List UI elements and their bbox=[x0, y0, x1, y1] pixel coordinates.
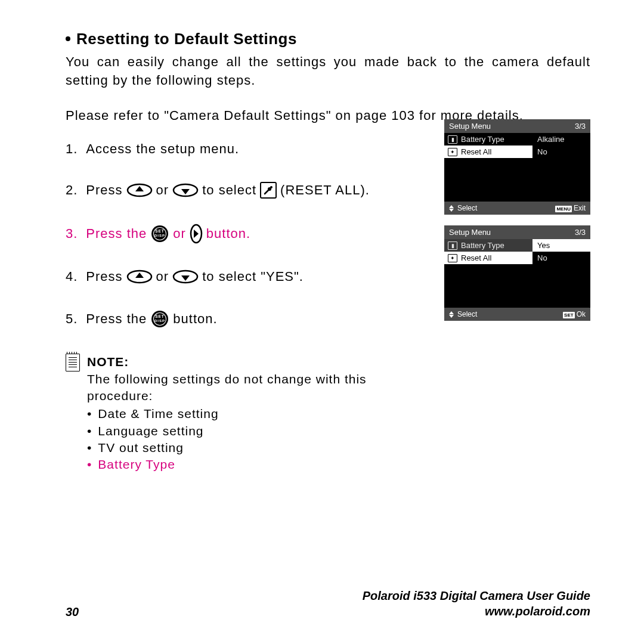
step-number: 5. bbox=[66, 311, 78, 327]
note-label: NOTE: bbox=[87, 354, 423, 370]
note-list: Date & Time setting Language setting TV … bbox=[87, 405, 423, 473]
footer-ok: Ok bbox=[577, 310, 586, 318]
guide-url: www.polaroid.com bbox=[363, 603, 590, 619]
updown-icon bbox=[449, 205, 454, 212]
step-text: or bbox=[156, 182, 169, 198]
reset-tool-icon bbox=[260, 182, 277, 199]
footer-select: Select bbox=[457, 204, 477, 212]
step-text: Press bbox=[86, 269, 122, 284]
svg-point-5 bbox=[270, 186, 273, 188]
screenshot-2: Setup Menu 3/3 ▮Battery Type Yes ✦Reset … bbox=[444, 225, 590, 321]
heading-text: Resetting to Default Settings bbox=[76, 30, 297, 48]
reset-icon: ✦ bbox=[448, 148, 457, 156]
menu-item-label: Battery Type bbox=[461, 135, 504, 144]
bullet-icon bbox=[66, 36, 70, 41]
page-title: Resetting to Default Settings bbox=[66, 30, 590, 48]
svg-text:DISP: DISP bbox=[154, 319, 165, 323]
battery-icon: ▮ bbox=[448, 135, 457, 144]
intro-paragraph: You can easily change all the settings y… bbox=[66, 53, 590, 90]
step-text: to select bbox=[202, 182, 256, 198]
note-text: The following settings do not change wit… bbox=[87, 371, 423, 405]
menu-item-label: Reset All bbox=[461, 253, 491, 262]
screenshot-1: Setup Menu 3/3 ▮Battery Type Alkaline ✦R… bbox=[444, 119, 590, 215]
battery-icon: ▮ bbox=[448, 242, 457, 250]
screen-title: Setup Menu bbox=[449, 228, 491, 237]
right-button-icon bbox=[190, 224, 203, 244]
step-text: Access the setup menu. bbox=[86, 141, 239, 157]
page-footer: 30 Polaroid i533 Digital Camera User Gui… bbox=[66, 588, 590, 619]
guide-title: Polaroid i533 Digital Camera User Guide bbox=[363, 588, 590, 603]
note-item: Language setting bbox=[87, 423, 423, 439]
step-text: (RESET ALL). bbox=[280, 182, 370, 198]
step-4: 4. Press or to select "YES". bbox=[66, 269, 423, 284]
step-1: 1. Access the setup menu. bbox=[66, 141, 423, 157]
step-text: Press the bbox=[86, 311, 147, 327]
step-number: 2. bbox=[66, 182, 78, 198]
svg-text:SET: SET bbox=[155, 314, 165, 318]
menu-item-value: Alkaline bbox=[532, 133, 590, 145]
step-number: 3. bbox=[66, 226, 78, 242]
steps-list: 1. Access the setup menu. 2. Press or to… bbox=[66, 141, 423, 329]
screen-title: Setup Menu bbox=[449, 122, 491, 131]
step-text: or bbox=[156, 269, 169, 284]
note-block: NOTE: The following settings do not chan… bbox=[66, 354, 423, 473]
set-badge: SET bbox=[563, 312, 575, 318]
step-number: 4. bbox=[66, 269, 78, 284]
step-text: Press the bbox=[86, 226, 147, 242]
up-button-icon bbox=[126, 183, 153, 197]
step-number: 1. bbox=[66, 141, 78, 157]
reset-icon: ✦ bbox=[448, 254, 457, 262]
menu-item-label: Battery Type bbox=[461, 241, 504, 250]
camera-screenshots: Setup Menu 3/3 ▮Battery Type Alkaline ✦R… bbox=[444, 119, 590, 332]
menu-item-value: No bbox=[532, 145, 590, 158]
svg-text:SET: SET bbox=[155, 229, 165, 233]
page-number: 30 bbox=[66, 605, 79, 619]
step-2: 2. Press or to select (RESET ALL). bbox=[66, 182, 423, 199]
set-disp-button-icon: SETDISP bbox=[150, 309, 169, 329]
step-text: button. bbox=[173, 311, 217, 327]
note-item: Battery Type bbox=[87, 456, 423, 473]
step-3: 3. Press the SETDISP or button. bbox=[66, 224, 423, 244]
menu-item-label: Reset All bbox=[461, 147, 491, 156]
up-button-icon bbox=[126, 270, 153, 284]
menu-badge: MENU bbox=[555, 206, 572, 212]
step-text: or bbox=[173, 226, 186, 242]
screen-page: 3/3 bbox=[575, 122, 586, 131]
note-item: TV out setting bbox=[87, 439, 423, 456]
menu-item-value: Yes bbox=[532, 239, 590, 252]
step-text: to select "YES". bbox=[202, 269, 304, 284]
footer-exit: Exit bbox=[574, 204, 586, 212]
down-button-icon bbox=[172, 270, 199, 284]
updown-icon bbox=[449, 311, 454, 318]
svg-text:DISP: DISP bbox=[154, 234, 165, 237]
note-item: Date & Time setting bbox=[87, 405, 423, 422]
step-text: Press bbox=[86, 182, 122, 198]
step-5: 5. Press the SETDISP button. bbox=[66, 309, 423, 329]
note-icon bbox=[66, 354, 80, 371]
set-disp-button-icon: SETDISP bbox=[150, 224, 169, 243]
menu-item-value: No bbox=[532, 252, 590, 264]
screen-page: 3/3 bbox=[575, 228, 586, 237]
footer-select: Select bbox=[457, 310, 477, 318]
step-text: button. bbox=[206, 226, 250, 242]
down-button-icon bbox=[172, 183, 199, 197]
